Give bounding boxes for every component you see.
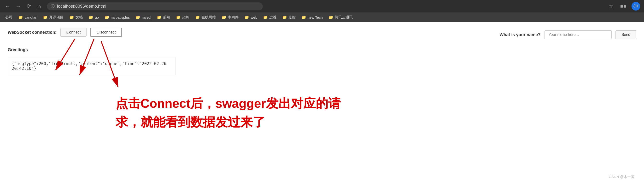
forward-button[interactable]: → xyxy=(14,2,22,10)
home-button[interactable]: ⌂ xyxy=(36,2,43,10)
name-label: What is your name? xyxy=(500,32,541,37)
bookmark-label: 开源项目 xyxy=(49,15,64,20)
name-section: What is your name? Send xyxy=(500,30,636,39)
browser-titlebar: ← → ⟳ ⌂ ⓘ localhost:8096/demo.html ☆ ■■ … xyxy=(0,0,644,12)
folder-icon: 📁 xyxy=(157,15,162,20)
bookmark-label: yangfan xyxy=(24,15,37,19)
extensions-button[interactable]: ■■ xyxy=(619,2,628,10)
profile-button[interactable]: JH xyxy=(632,2,640,10)
folder-icon: 📁 xyxy=(222,15,226,20)
bookmark-star-button[interactable]: ☆ xyxy=(606,2,615,10)
bookmark-label: 文档 xyxy=(76,15,83,20)
websocket-section: WebSocket connection: Connect Disconnect xyxy=(8,28,122,37)
bookmark-label: 运维 xyxy=(269,15,276,20)
folder-icon: 📁 xyxy=(88,15,93,20)
bookmark-label: web xyxy=(250,15,257,19)
bookmark-label: 中间件 xyxy=(228,15,238,20)
bookmark-label: 监控 xyxy=(288,15,296,20)
annotation-area: 点击Connect后，swagger发出对应的请 求，就能看到数据发过来了 xyxy=(8,80,636,156)
bookmark-label: 架构 xyxy=(182,15,190,20)
disconnect-button[interactable]: Disconnect xyxy=(90,28,122,37)
nav-buttons: ← → ⟳ ⌂ xyxy=(4,2,43,10)
name-input[interactable] xyxy=(544,30,612,39)
bookmark-label: 公司 xyxy=(5,15,12,20)
bookmark-web[interactable]: 📁 web xyxy=(242,14,260,21)
top-row: WebSocket connection: Connect Disconnect… xyxy=(8,28,636,42)
back-button[interactable]: ← xyxy=(4,2,12,10)
reload-button[interactable]: ⟳ xyxy=(25,2,32,10)
bookmark-frontend[interactable]: 📁 前端 xyxy=(154,14,173,21)
bookmark-go[interactable]: 📁 go xyxy=(86,14,101,21)
websocket-label: WebSocket connection: xyxy=(8,30,56,35)
send-button[interactable]: Send xyxy=(616,30,636,39)
bookmark-yunwei[interactable]: 📁 运维 xyxy=(260,14,279,21)
folder-icon: 📁 xyxy=(104,15,109,20)
url-display: localhost:8096/demo.html xyxy=(57,4,106,9)
bookmark-mybatisplus[interactable]: 📁 mybatisplus xyxy=(102,14,132,21)
bookmark-newtech[interactable]: 📁 new Tech xyxy=(299,14,325,21)
bookmark-label: mysql xyxy=(142,15,151,19)
bookmark-label: 腾讯云通讯 xyxy=(335,15,353,20)
page-content: WebSocket connection: Connect Disconnect… xyxy=(0,22,644,162)
folder-icon: 📁 xyxy=(18,15,23,20)
folder-icon: 📁 xyxy=(244,15,249,20)
folder-icon: 📁 xyxy=(176,15,181,20)
bookmark-zhongjian[interactable]: 📁 中间件 xyxy=(219,14,241,21)
bookmark-kaiyuan[interactable]: 📁 开源项目 xyxy=(40,14,66,21)
annotation-text: 点击Connect后，swagger发出对应的请 求，就能看到数据发过来了 xyxy=(116,94,341,131)
connect-button[interactable]: Connect xyxy=(60,28,87,37)
folder-icon: 📁 xyxy=(302,15,306,20)
bookmark-wendang[interactable]: 📁 文档 xyxy=(67,14,85,21)
folder-icon: 📁 xyxy=(328,15,333,20)
bookmark-jiankong[interactable]: 📁 监控 xyxy=(280,14,298,21)
greetings-title: Greetings xyxy=(8,47,636,52)
folder-icon: 📁 xyxy=(282,15,287,20)
browser-actions: ☆ ■■ JH xyxy=(606,2,640,10)
folder-icon: 📁 xyxy=(263,15,268,20)
bookmarks-bar: 公司 📁 yangfan 📁 开源项目 📁 文档 📁 go 📁 mybatisp… xyxy=(0,12,644,22)
bookmark-label: go xyxy=(95,15,99,19)
bookmark-label: new Tech xyxy=(308,15,323,19)
bookmark-label: mybatisplus xyxy=(111,15,130,19)
folder-icon: 📁 xyxy=(69,15,74,20)
info-icon: ⓘ xyxy=(51,4,55,9)
folder-icon: 📁 xyxy=(43,15,48,20)
bookmark-jiagou[interactable]: 📁 架构 xyxy=(174,14,192,21)
bookmark-zaixian[interactable]: 📁 在线网站 xyxy=(193,14,218,21)
folder-icon: 📁 xyxy=(195,15,200,20)
bookmark-tencentcloud[interactable]: 📁 腾讯云通讯 xyxy=(326,14,355,21)
watermark: CSDN @木一番 xyxy=(609,175,634,179)
message-display: {"msgType":200,"from":null,"content":"qu… xyxy=(8,57,176,75)
bookmark-label: 前端 xyxy=(163,15,170,20)
address-bar[interactable]: ⓘ localhost:8096/demo.html xyxy=(47,2,263,10)
browser-chrome: ← → ⟳ ⌂ ⓘ localhost:8096/demo.html ☆ ■■ … xyxy=(0,0,644,22)
bookmark-mysql[interactable]: 📁 mysql xyxy=(133,14,154,21)
folder-icon: 📁 xyxy=(136,15,140,20)
bookmark-gongsi[interactable]: 公司 xyxy=(3,14,15,21)
bookmark-yangfan[interactable]: 📁 yangfan xyxy=(16,14,40,21)
bookmark-label: 在线网站 xyxy=(202,15,216,20)
